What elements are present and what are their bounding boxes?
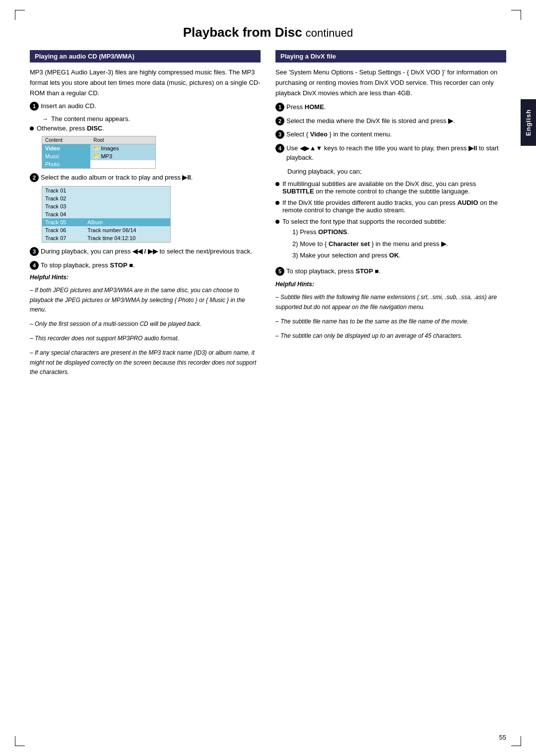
right-hints: Helpful Hints: – Subtitle files with the… xyxy=(275,281,506,341)
left-hints: Helpful Hints: – If both JPEG pictures a… xyxy=(30,274,261,377)
menu-header-row: Content Root xyxy=(42,136,155,144)
step-1: 1 Insert an audio CD. xyxy=(30,101,261,111)
track-row-2: Track 02 xyxy=(42,194,170,202)
hints-title-left: Helpful Hints: xyxy=(30,274,261,281)
left-section-header: Playing an audio CD (MP3/WMA) xyxy=(30,50,261,63)
english-tab: English xyxy=(521,99,536,146)
hint-3-left: – This recorder does not support MP3PRO … xyxy=(30,334,261,343)
right-step-3: 3 Select { Video } in the content menu. xyxy=(275,129,506,139)
right-step-5-content: To stop playback, press STOP ■. xyxy=(286,266,506,276)
dot-icon-3 xyxy=(275,220,279,224)
menu-music-label: Music xyxy=(42,152,90,160)
menu-empty-label xyxy=(90,160,155,168)
step-2-content: Select the audio album or track to play … xyxy=(41,173,261,183)
right-step-2: 2 Select the media where the DivX file i… xyxy=(275,116,506,126)
step-1-arrow: → The content menu appears. xyxy=(42,115,261,123)
sub-item-2: 2) Move to { Character set } in the menu… xyxy=(292,239,448,249)
left-column: Playing an audio CD (MP3/WMA) MP3 (MPEG1… xyxy=(30,50,261,379)
step-4-content: To stop playback, press STOP ■. xyxy=(41,260,261,270)
right-step-2-content: Select the media where the DivX file is … xyxy=(286,116,506,126)
right-step-2-number: 2 xyxy=(275,117,284,126)
hint-3-right: – The subtitle can only be displayed up … xyxy=(275,331,506,341)
right-step-1-number: 1 xyxy=(275,103,284,112)
corner-mark-tl xyxy=(15,10,25,20)
right-step-3-number: 3 xyxy=(275,130,284,139)
track-row-5: Track 05 Album xyxy=(42,218,170,226)
step-3-content: During playback, you can press ◀◀ / ▶▶ t… xyxy=(41,247,261,256)
right-step-4: 4 Use ◀▶▲▼ keys to reach the title you w… xyxy=(275,143,506,163)
track-row-4: Track 04 xyxy=(42,210,170,218)
step-4-number: 4 xyxy=(30,261,39,270)
menu-row-video: Video 📁 Images xyxy=(42,144,155,152)
hints-title-right: Helpful Hints: xyxy=(275,281,506,288)
page-number: 55 xyxy=(499,734,506,741)
step-2-number: 2 xyxy=(30,173,39,182)
track-row-6: Track 06 Track number 06/14 xyxy=(42,226,170,234)
right-section-header: Playing a DivX file xyxy=(275,50,506,63)
right-column: Playing a DivX file See 'System Menu Opt… xyxy=(275,50,506,379)
sub-item-1: 1) Press OPTIONS. xyxy=(292,227,448,237)
right-bullet-2: If the DivX title provides different aud… xyxy=(275,199,506,214)
track-row-1: Track 01 xyxy=(42,187,170,194)
step-3: 3 During playback, you can press ◀◀ / ▶▶… xyxy=(30,247,261,256)
menu-mp3-label: 📁 MP3 xyxy=(90,152,155,160)
right-step-3-content: Select { Video } in the content menu. xyxy=(286,129,506,139)
menu-row-photo: Photo xyxy=(42,160,155,168)
hint-1-right: – Subtitle files with the following file… xyxy=(275,293,506,312)
menu-photo-label: Photo xyxy=(42,160,90,168)
right-step-4-number: 4 xyxy=(275,144,284,153)
menu-col2-header: Root xyxy=(90,136,155,144)
step-1-number: 1 xyxy=(30,102,39,111)
dot-icon-2 xyxy=(275,201,279,205)
menu-video-label: Video xyxy=(42,144,90,152)
menu-col1-header: Content xyxy=(42,136,90,144)
hint-4-left: – If any special characters are present … xyxy=(30,348,261,377)
sub-list: 1) Press OPTIONS. 2) Move to { Character… xyxy=(292,227,448,260)
right-intro: See 'System Menu Options - Setup Setting… xyxy=(275,67,506,98)
during-playback-text: During playback, you can; xyxy=(287,167,506,177)
hint-2-left: – Only the first session of a multi-sess… xyxy=(30,319,261,329)
corner-mark-bl xyxy=(15,736,25,746)
right-step-1-content: Press HOME. xyxy=(286,102,506,112)
right-step-1: 1 Press HOME. xyxy=(275,102,506,112)
dot-icon-1 xyxy=(275,182,279,186)
corner-mark-tr xyxy=(511,10,521,20)
step-1-content: Insert an audio CD. xyxy=(41,101,261,111)
page-title: Playback from Disc continued xyxy=(30,20,506,40)
menu-row-music: Music 📁 MP3 xyxy=(42,152,155,160)
dot-bullet-disc: Otherwise, press DISC. xyxy=(30,125,261,132)
corner-mark-br xyxy=(511,736,521,746)
track-row-3: Track 03 xyxy=(42,202,170,210)
step-2: 2 Select the audio album or track to pla… xyxy=(30,173,261,183)
step-4: 4 To stop playback, press STOP ■. xyxy=(30,260,261,270)
right-bullet-3: To select the font type that supports th… xyxy=(275,218,506,262)
right-step-5: 5 To stop playback, press STOP ■. xyxy=(275,266,506,276)
right-step-4-content: Use ◀▶▲▼ keys to reach the title you wan… xyxy=(286,143,506,163)
right-bullet-1: If multilingual subtitles are available … xyxy=(275,180,506,195)
track-row-7: Track 07 Track time 04:12:10 xyxy=(42,234,170,242)
hint-2-right: – The subtitle file name has to be the s… xyxy=(275,317,506,326)
menu-images-label: 📁 Images xyxy=(90,144,155,152)
right-step-5-number: 5 xyxy=(275,267,284,276)
sub-item-3: 3) Make your selection and press OK. xyxy=(292,251,448,260)
dot-icon xyxy=(30,126,34,130)
hint-1-left: – If both JPEG pictures and MP3/WMA are … xyxy=(30,286,261,315)
content-menu-image: Content Root Video 📁 Images Music 📁 MP3 xyxy=(42,136,156,169)
step-3-number: 3 xyxy=(30,247,39,256)
track-list-image: Track 01 Track 02 Track 03 Track 04 xyxy=(42,186,171,243)
left-intro: MP3 (MPEG1 Audio Layer-3) files are high… xyxy=(30,67,261,98)
